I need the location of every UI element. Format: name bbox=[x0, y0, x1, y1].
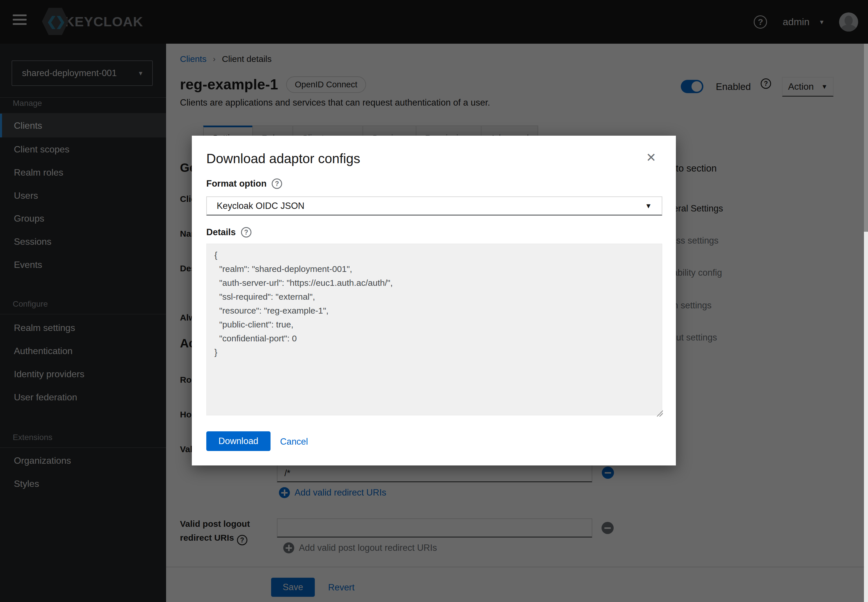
format-option-select[interactable]: Keycloak OIDC JSON ▼ bbox=[206, 197, 662, 215]
download-button[interactable]: Download bbox=[206, 432, 270, 451]
help-icon[interactable]: ? bbox=[241, 227, 252, 238]
scrollbar-thumb[interactable] bbox=[864, 44, 868, 232]
help-icon[interactable]: ? bbox=[272, 178, 282, 189]
modal-title: Download adaptor configs bbox=[206, 151, 360, 166]
details-label: Details ? bbox=[206, 227, 252, 238]
format-option-label: Format option ? bbox=[206, 178, 282, 189]
resize-handle-icon[interactable] bbox=[656, 410, 663, 416]
caret-down-icon: ▼ bbox=[645, 202, 652, 210]
close-icon[interactable]: ✕ bbox=[644, 151, 658, 164]
page-scrollbar[interactable] bbox=[864, 44, 868, 602]
details-textarea[interactable]: { "realm": "shared-deployment-001", "aut… bbox=[206, 244, 662, 415]
cancel-link[interactable]: Cancel bbox=[280, 436, 308, 447]
keycloak-admin-console: ❮❯ KEYCLOAK ? admin ▾ shared-deployment-… bbox=[0, 0, 868, 602]
download-adaptor-configs-modal: Download adaptor configs ✕ Format option… bbox=[192, 136, 676, 465]
format-option-value: Keycloak OIDC JSON bbox=[217, 201, 304, 211]
